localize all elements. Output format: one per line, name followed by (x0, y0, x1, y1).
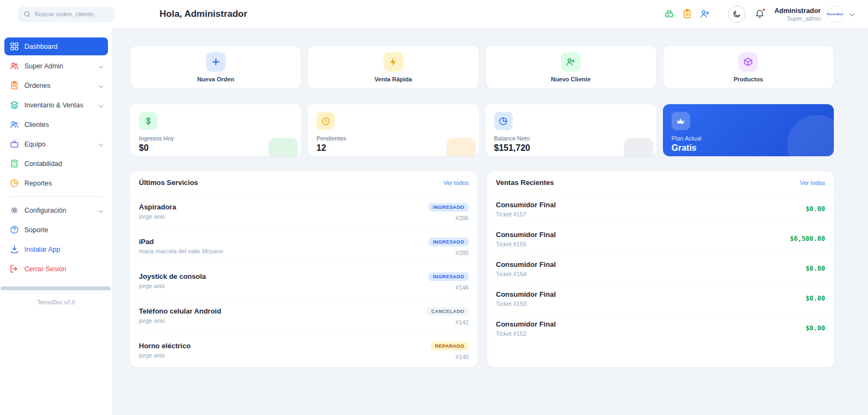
search-icon (23, 10, 31, 18)
app-root: Hola, Administrador Administrador Super_… (0, 0, 868, 415)
topbar-actions: Administrador Super_admin TecnoDoc (657, 5, 854, 23)
service-client: jorge anis (139, 317, 221, 324)
service-name: iPad (139, 238, 223, 246)
help-icon (10, 225, 19, 234)
service-client: jorge anis (139, 283, 206, 289)
briefcase-icon (10, 139, 19, 149)
status-badge: INGRESADO (429, 203, 469, 212)
chevron-down-icon (99, 103, 103, 107)
sidebar-item-label: Órdenes (24, 82, 50, 90)
pie-chart-icon (494, 112, 513, 130)
sidebar-item-ordenes[interactable]: Órdenes (4, 76, 108, 94)
sale-ticket: Ticket #152 (496, 330, 556, 337)
sidebar-item-dashboard[interactable]: Dashboard (4, 37, 108, 55)
search-input[interactable] (35, 11, 109, 17)
cash-register-icon[interactable] (664, 9, 675, 20)
panel-header: Ventas Recientes Ver todas (487, 171, 834, 194)
grid-icon (10, 42, 19, 51)
user-role: Super_admin (775, 15, 821, 22)
service-client: maria marcela del valle Moyano (139, 248, 223, 254)
sale-amount: $6,500.00 (790, 235, 825, 242)
decor-shape (269, 138, 298, 156)
chevron-down-icon[interactable] (850, 11, 855, 16)
service-row[interactable]: iPad maria marcela del valle Moyano INGR… (130, 229, 477, 264)
service-row[interactable]: Aspiradora jorge anis INGRESADO #286 (130, 194, 477, 229)
user-add-icon[interactable] (700, 9, 711, 20)
sale-amount: $0.00 (806, 324, 825, 332)
sidebar-item-cerrar-sesion[interactable]: Cerrar Sesión (4, 260, 108, 278)
dark-mode-toggle[interactable] (728, 5, 745, 23)
bolt-icon (384, 52, 403, 72)
service-ticket: #285 (429, 250, 469, 256)
service-name: Aspiradora (139, 203, 176, 211)
ver-todos-link[interactable]: Ver todos (444, 180, 469, 186)
sale-row[interactable]: Consumidor Final Ticket #153 $0.00 (487, 284, 834, 314)
sidebar-item-label: Contabilidad (24, 160, 62, 168)
stat-plan-actual: Plan Actual Gratis (663, 104, 834, 156)
service-row[interactable]: Teléfono celular Android jorge anis CANC… (130, 298, 477, 333)
decor-shape (787, 115, 834, 156)
quick-action-nueva-orden[interactable]: Nueva Orden (130, 46, 301, 89)
pie-chart-icon (10, 178, 19, 188)
chevron-down-icon (99, 142, 103, 146)
quick-action-venta-rapida[interactable]: Venta Rápida (308, 46, 478, 89)
avatar[interactable]: TecnoDoc (826, 5, 844, 23)
service-name: Joystick de consola (139, 272, 206, 280)
sale-row[interactable]: Consumidor Final Ticket #152 $0.00 (487, 314, 834, 343)
panel-header: Últimos Servicios Ver todos (130, 171, 477, 194)
sidebar-item-clientes[interactable]: Clientes (4, 116, 108, 133)
ver-todas-link[interactable]: Ver todas (800, 180, 825, 186)
panel-title: Últimos Servicios (139, 178, 198, 187)
service-client: jorge anis (139, 352, 190, 359)
box-icon (738, 52, 758, 72)
sale-ticket: Ticket #157 (496, 211, 556, 218)
sidebar-item-configuracion[interactable]: Configuración (4, 201, 108, 219)
sale-amount: $0.00 (806, 205, 825, 213)
calculator-icon (10, 159, 19, 168)
notes-icon[interactable] (682, 9, 693, 20)
chevron-down-icon (99, 83, 103, 87)
logout-icon (10, 264, 19, 273)
sidebar-item-soporte[interactable]: Soporte (4, 221, 108, 239)
quick-action-label: Nuevo Cliente (551, 76, 590, 82)
dollar-icon (139, 112, 157, 130)
status-badge: INGRESADO (429, 272, 469, 281)
service-row[interactable]: Joystick de consola jorge anis INGRESADO… (130, 264, 477, 298)
notifications-button[interactable] (754, 8, 766, 20)
sidebar-scrollbar[interactable] (1, 286, 111, 290)
sale-ticket: Ticket #154 (496, 271, 556, 277)
sidebar-item-reportes[interactable]: Reportes (4, 174, 108, 192)
panel-ultimos-servicios: Últimos Servicios Ver todos Aspiradora j… (130, 171, 477, 367)
service-row[interactable]: Horno eléctrico jorge anis REPARADO #140 (130, 333, 477, 367)
decor-shape (446, 138, 476, 156)
sale-row[interactable]: Consumidor Final Ticket #154 $0.00 (487, 254, 834, 284)
sidebar-item-equipo[interactable]: Equipo (4, 135, 108, 153)
sidebar-item-label: Inventario & Ventas (24, 101, 83, 109)
user-menu[interactable]: Administrador Super_admin (775, 7, 821, 22)
sidebar-item-label: Configuración (24, 207, 66, 214)
clipboard-icon (10, 81, 19, 90)
quick-action-nuevo-cliente[interactable]: Nuevo Cliente (486, 46, 656, 89)
avatar-logo: TecnoDoc (827, 12, 843, 16)
sale-customer: Consumidor Final (496, 231, 556, 239)
quick-action-productos[interactable]: Productos (663, 46, 834, 89)
sale-customer: Consumidor Final (496, 260, 556, 269)
stat-cards: Ingresos Hoy $0 Pendientes 12 Balance Ne… (130, 104, 834, 156)
sidebar-item-super-admin[interactable]: Super Admin (4, 57, 108, 75)
sidebar-item-contabilidad[interactable]: Contabilidad (4, 155, 108, 173)
layout: Dashboard Super Admin Órdenes Inventario… (0, 28, 868, 415)
sidebar-item-label: Reportes (24, 180, 52, 187)
sidebar-item-instalar-app[interactable]: Instalar App (4, 240, 108, 258)
quick-action-label: Productos (733, 76, 763, 82)
search-box (18, 7, 114, 22)
layers-icon (10, 100, 19, 110)
page-title: Hola, Administrador (159, 9, 247, 20)
sale-customer: Consumidor Final (496, 290, 556, 298)
notification-dot (762, 8, 766, 12)
sale-row[interactable]: Consumidor Final Ticket #157 $0.00 (487, 194, 834, 224)
sidebar-item-inventario-ventas[interactable]: Inventario & Ventas (4, 96, 108, 114)
panel-ventas-recientes: Ventas Recientes Ver todas Consumidor Fi… (487, 171, 834, 367)
sale-row[interactable]: Consumidor Final Ticket #155 $6,500.00 (487, 224, 834, 254)
app-version: TecnoDoc v2.0 (0, 299, 112, 305)
users-icon (10, 120, 19, 129)
